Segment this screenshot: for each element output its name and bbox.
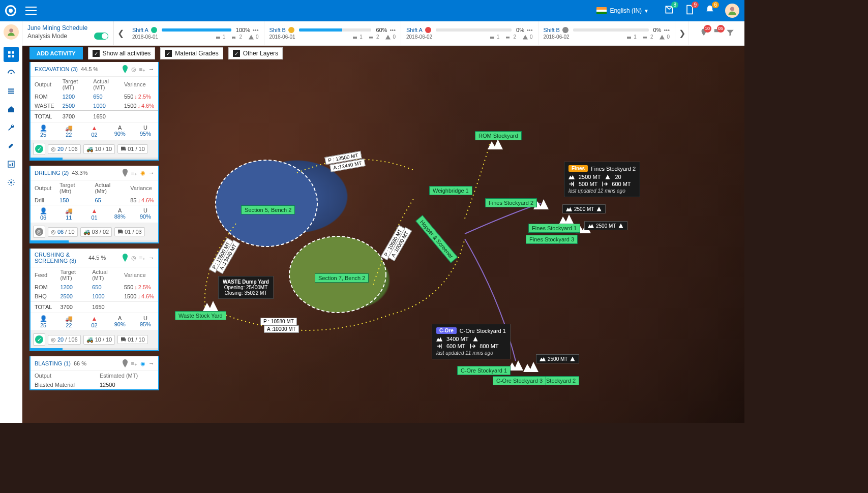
activity-panel: EXCAVATION (3)44.5 % ◎≡₊→ OutputTarget (… [29, 62, 159, 421]
nav-settings[interactable] [4, 175, 19, 190]
svg-point-16 [232, 38, 233, 39]
label-fines2[interactable]: Fines Stockyard 2 [485, 198, 537, 207]
svg-rect-10 [8, 161, 14, 167]
label-core1[interactable]: C-Ore Stockyard 1 [457, 366, 511, 375]
target-icon[interactable]: ◎ [131, 66, 136, 73]
svg-rect-28 [441, 344, 442, 349]
svg-rect-19 [369, 37, 373, 39]
language-label[interactable]: English (IN) [610, 7, 642, 14]
shift-card[interactable]: Shift A100%••• 2018-06-01120 [127, 21, 264, 45]
chk-show-all[interactable]: ✓Show all activities [88, 47, 156, 59]
svg-point-24 [216, 160, 317, 246]
mt-chip[interactable]: 2500 MT [584, 221, 627, 230]
list-add-icon[interactable]: ≡₊ [139, 66, 145, 73]
mt-chip[interactable]: 2500 MT [536, 354, 579, 363]
shift-prev[interactable]: ❮ [114, 21, 127, 45]
output-table: OutputTarget (MT)Actual (MT)Variance ROM… [31, 76, 158, 122]
equip-chip[interactable]: 🚜 10 / 10 [83, 144, 115, 154]
svg-point-13 [10, 181, 12, 183]
status-chip[interactable]: ◎ [33, 226, 45, 238]
svg-rect-20 [490, 37, 494, 39]
user-avatar[interactable] [725, 4, 739, 18]
svg-rect-7 [8, 88, 14, 89]
schedule-title: June Mining Schedule [27, 24, 108, 32]
shift-card[interactable]: Shift A0%••• 2018-06-02120 [401, 21, 538, 45]
path-p4: P : 10580 MT [260, 318, 297, 325]
top-bar: English (IN) ▼ 8 9 6 [0, 0, 744, 21]
card-blasting: BLASTING (1)66 % ≡₊◉→ OutputEstimated (M… [29, 356, 159, 390]
menu-button[interactable] [25, 7, 37, 15]
svg-rect-4 [8, 55, 11, 57]
target-icon[interactable]: ◉ [140, 170, 145, 176]
alert-flag-icon[interactable]: 05 [712, 28, 722, 39]
analysis-toggle[interactable] [94, 33, 108, 40]
nav-wrench[interactable] [4, 120, 19, 135]
nav-dashboard[interactable] [4, 47, 19, 62]
svg-rect-8 [8, 90, 14, 91]
label-fines3[interactable]: Fines Stockyard 3 [526, 235, 578, 244]
label-fines1[interactable]: Fines Stockyard 1 [528, 224, 580, 233]
shift-card[interactable]: Shift B0%••• 2018-06-02120 [538, 21, 676, 45]
more-icon[interactable]: ••• [527, 27, 533, 33]
more-icon[interactable]: ••• [390, 27, 396, 33]
svg-rect-26 [573, 182, 574, 187]
nav-chart[interactable] [4, 157, 19, 172]
nav-rocket[interactable] [4, 138, 19, 153]
chk-material-grades[interactable]: ✓Material Grades [160, 47, 223, 59]
popup-core[interactable]: C-OreC-Ore Stockyard 1 3400 MT 600 MT800… [432, 324, 511, 359]
more-icon[interactable]: ••• [253, 27, 259, 33]
label-waste-yard[interactable]: Waste Stock Yard [175, 311, 226, 320]
alert-tray: 10 05 [689, 21, 744, 45]
shift-next[interactable]: ❯ [675, 21, 689, 45]
pin-icon[interactable] [122, 65, 128, 73]
truck-icon: 🚚 [56, 125, 81, 132]
filter-icon[interactable] [726, 28, 735, 39]
status-chip[interactable]: ✓ [33, 143, 45, 155]
list-add-icon[interactable]: ≡₊ [131, 170, 137, 176]
mail-icon[interactable]: 8 [664, 5, 674, 17]
alert-icon: ▲ [81, 125, 107, 132]
svg-rect-15 [232, 37, 235, 39]
dump-box[interactable]: WASTE Dump Yard Opening: 25400MT Closing… [218, 276, 274, 299]
pin-icon[interactable] [122, 169, 128, 177]
expand-arrow[interactable]: → [148, 170, 154, 176]
label-section5[interactable]: Section 5, Bench 2 [241, 205, 295, 214]
output-table: OutputTarget (Mtr)Actual (Mtr)Variance D… [31, 180, 158, 205]
brand-logo [5, 5, 16, 16]
doc-icon[interactable]: 9 [684, 5, 695, 17]
expand-arrow[interactable]: → [148, 66, 154, 72]
nav-list[interactable] [4, 83, 19, 99]
stat-row: 👤06 🚚11 ▲01 A88% U90% [31, 205, 158, 223]
svg-rect-9 [8, 93, 14, 94]
nav-home[interactable] [4, 102, 19, 117]
svg-rect-3 [12, 51, 14, 54]
svg-rect-21 [506, 37, 510, 39]
label-core3[interactable]: C-Ore Stockyard 3 [493, 376, 546, 385]
add-activity-button[interactable]: ADD ACTIVITY [29, 47, 83, 59]
svg-point-1 [9, 28, 13, 33]
nav-gauge[interactable] [4, 65, 19, 80]
shift-card[interactable]: Shift B60%••• 2018-06-01120 [264, 21, 402, 45]
flag-icon [596, 7, 607, 14]
alert-pin-icon[interactable]: 10 [699, 28, 708, 39]
label-weighbridge[interactable]: Weighbridge 1 [429, 186, 472, 195]
status-dot [151, 27, 157, 33]
svg-rect-27 [603, 182, 604, 187]
left-nav [0, 21, 22, 423]
label-section7[interactable]: Section 7, Bench 2 [315, 273, 369, 283]
more-icon[interactable]: ••• [664, 27, 670, 33]
card-excavation: EXCAVATION (3)44.5 % ◎≡₊→ OutputTarget (… [29, 62, 159, 161]
popup-fines[interactable]: FinesFines Stockyard 2 2500 MT20 500 MT6… [564, 162, 640, 197]
load-chip[interactable]: ⛟ 01 / 10 [117, 144, 148, 153]
label-rom-yard[interactable]: ROM Stockyard [475, 131, 522, 140]
svg-point-0 [730, 7, 734, 11]
person-icon: 👤 [31, 125, 56, 132]
mt-chip[interactable]: 2500 MT [562, 204, 606, 213]
label-hopper[interactable]: Hopper & Screener [415, 215, 458, 263]
svg-rect-12 [12, 163, 13, 166]
chk-other-layers[interactable]: ✓Other Layers [228, 47, 283, 59]
trips-chip[interactable]: ◎ 20 / 106 [48, 144, 81, 154]
bell-icon[interactable]: 6 [705, 5, 715, 17]
chevron-down-icon[interactable]: ▼ [644, 8, 649, 14]
nav-avatar[interactable] [4, 24, 19, 40]
